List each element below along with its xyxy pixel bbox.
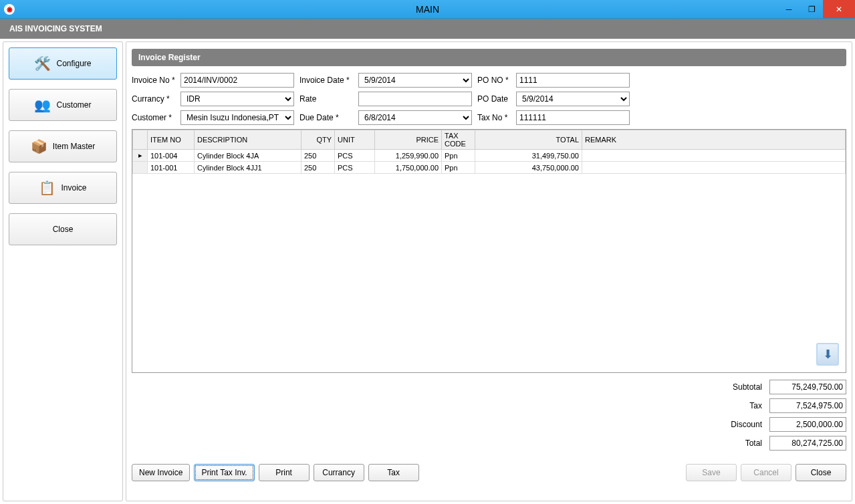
cell-tax-code[interactable]: Ppn — [442, 162, 475, 174]
panel-title: Invoice Register — [132, 49, 846, 66]
window-controls: ─ ❐ ✕ — [777, 0, 855, 18]
invoice-no-input[interactable] — [180, 73, 294, 88]
currency-select[interactable]: IDR — [180, 92, 294, 106]
col-remark[interactable]: REMARK — [582, 130, 846, 150]
print-tax-invoice-button[interactable]: Print Tax Inv. — [194, 464, 254, 481]
cell-unit[interactable]: PCS — [335, 150, 375, 162]
rate-input[interactable] — [358, 92, 472, 106]
grid-header-row: ITEM NO DESCRIPTION QTY UNIT PRICE TAX C… — [133, 130, 846, 150]
col-description[interactable]: DESCRIPTION — [195, 130, 301, 150]
invoice-date-label: Invoice Date * — [299, 76, 353, 85]
scroll-down-button[interactable]: ⬇ — [816, 343, 839, 366]
arrow-down-icon: ⬇ — [823, 347, 833, 362]
action-buttons: New Invoice Print Tax Inv. Print Curranc… — [132, 464, 846, 481]
total-field[interactable] — [769, 436, 846, 451]
cell-description[interactable]: Cylinder Block 4JJ1 — [195, 162, 301, 174]
cell-description[interactable]: Cylinder Block 4JA — [195, 150, 301, 162]
sidebar-item-invoice[interactable]: 📋 Invoice — [9, 172, 117, 204]
cell-total[interactable]: 43,750,000.00 — [475, 162, 582, 174]
cell-remark[interactable] — [582, 162, 846, 174]
sidebar-item-item-master[interactable]: 📦 Item Master — [9, 130, 117, 162]
close-window-button[interactable]: ✕ — [823, 0, 855, 18]
sidebar-item-label: Item Master — [53, 142, 95, 151]
discount-label: Discount — [731, 420, 766, 429]
app-icon: ◉ — [4, 4, 15, 15]
total-label: Total — [745, 438, 766, 448]
minimize-button[interactable]: ─ — [777, 0, 800, 18]
cell-total[interactable]: 31,499,750.00 — [475, 150, 582, 162]
configure-icon: 🛠️ — [34, 55, 51, 72]
customer-label: Customer * — [132, 113, 175, 122]
cancel-button: Cancel — [741, 464, 791, 481]
cell-qty[interactable]: 250 — [301, 162, 335, 174]
row-indicator: ▸ — [133, 150, 148, 162]
po-date-label: PO Date — [477, 94, 511, 104]
item-master-icon: 📦 — [31, 138, 47, 154]
sidebar-item-configure[interactable]: 🛠️ Configure — [9, 47, 117, 80]
po-date-select[interactable]: 5/9/2014 — [516, 92, 630, 106]
cell-unit[interactable]: PCS — [335, 162, 375, 174]
po-no-label: PO NO * — [477, 76, 511, 85]
window-title: MAIN — [416, 4, 439, 15]
row-indicator — [133, 162, 148, 174]
po-no-input[interactable] — [516, 73, 630, 88]
sidebar-item-label: Invoice — [61, 183, 86, 193]
app-title: AIS INVOICING SYSTEM — [9, 24, 102, 33]
close-button[interactable]: Close — [796, 464, 846, 481]
col-price[interactable]: PRICE — [375, 130, 442, 150]
new-invoice-button[interactable]: New Invoice — [132, 464, 190, 481]
sidebar-item-label: Customer — [56, 100, 91, 110]
col-item-no[interactable]: ITEM NO — [148, 130, 195, 150]
cell-price[interactable]: 1,750,000.00 — [375, 162, 442, 174]
cell-price[interactable]: 1,259,990.00 — [375, 150, 442, 162]
subtotal-label: Subtotal — [733, 382, 766, 392]
col-total[interactable]: TOTAL — [475, 130, 582, 150]
sidebar: 🛠️ Configure 👥 Customer 📦 Item Master 📋 … — [3, 41, 123, 501]
col-tax-code[interactable]: TAX CODE — [442, 130, 475, 150]
cell-tax-code[interactable]: Ppn — [442, 150, 475, 162]
invoice-icon: 📋 — [39, 180, 55, 196]
line-items-grid[interactable]: ITEM NO DESCRIPTION QTY UNIT PRICE TAX C… — [132, 129, 846, 373]
currency-button[interactable]: Currancy — [314, 464, 364, 481]
main-panel: Invoice Register Invoice No * Invoice Da… — [126, 41, 852, 501]
tax-no-input[interactable] — [516, 110, 630, 125]
rate-label: Rate — [299, 94, 353, 104]
col-qty[interactable]: QTY — [301, 130, 335, 150]
invoice-date-select[interactable]: 5/9/2014 — [358, 73, 472, 88]
col-unit[interactable]: UNIT — [335, 130, 375, 150]
table-row[interactable]: ▸ 101-004 Cylinder Block 4JA 250 PCS 1,2… — [133, 150, 846, 162]
sidebar-item-label: Configure — [56, 59, 91, 68]
cell-qty[interactable]: 250 — [301, 150, 335, 162]
save-button: Save — [686, 464, 737, 481]
cell-item-no[interactable]: 101-001 — [148, 162, 195, 174]
tax-label: Tax — [749, 401, 766, 410]
print-button[interactable]: Print — [259, 464, 310, 481]
table-row[interactable]: 101-001 Cylinder Block 4JJ1 250 PCS 1,75… — [133, 162, 846, 174]
sidebar-item-close[interactable]: Close — [9, 213, 117, 245]
tax-button[interactable]: Tax — [368, 464, 419, 481]
sidebar-item-label: Close — [53, 225, 74, 234]
invoice-form: Invoice No * Invoice Date * 5/9/2014 PO … — [132, 73, 846, 125]
customer-icon: 👥 — [34, 97, 51, 113]
currency-label: Currancy * — [132, 94, 175, 104]
totals-section: Subtotal Tax Discount Total — [132, 380, 846, 451]
maximize-button[interactable]: ❐ — [800, 0, 823, 18]
due-date-label: Due Date * — [299, 113, 353, 122]
row-selector-header — [133, 130, 148, 150]
invoice-no-label: Invoice No * — [132, 76, 175, 85]
window-titlebar: ◉ MAIN ─ ❐ ✕ — [0, 0, 855, 19]
app-header: AIS INVOICING SYSTEM — [0, 19, 855, 39]
customer-select[interactable]: Mesin Isuzu Indonesia,PT — [180, 110, 294, 125]
cell-item-no[interactable]: 101-004 — [148, 150, 195, 162]
due-date-select[interactable]: 6/8/2014 — [358, 110, 472, 125]
tax-field[interactable] — [769, 398, 846, 413]
cell-remark[interactable] — [582, 150, 846, 162]
sidebar-item-customer[interactable]: 👥 Customer — [9, 89, 117, 121]
discount-field[interactable] — [769, 417, 846, 432]
subtotal-field[interactable] — [769, 380, 846, 394]
tax-no-label: Tax No * — [477, 113, 511, 122]
